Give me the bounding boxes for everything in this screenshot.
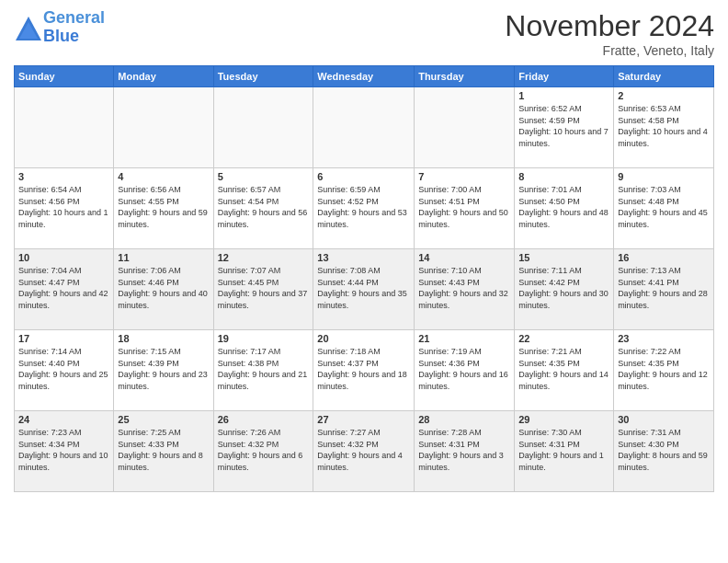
calendar-cell: 21Sunrise: 7:19 AM Sunset: 4:36 PM Dayli… bbox=[415, 330, 515, 411]
calendar-cell: 10Sunrise: 7:04 AM Sunset: 4:47 PM Dayli… bbox=[15, 249, 114, 330]
calendar-cell: 23Sunrise: 7:22 AM Sunset: 4:35 PM Dayli… bbox=[614, 330, 714, 411]
col-tuesday: Tuesday bbox=[213, 66, 313, 87]
day-number: 20 bbox=[317, 333, 410, 344]
calendar-cell: 15Sunrise: 7:11 AM Sunset: 4:42 PM Dayli… bbox=[515, 249, 614, 330]
day-info: Sunrise: 7:11 AM Sunset: 4:42 PM Dayligh… bbox=[518, 265, 609, 311]
day-info: Sunrise: 7:03 AM Sunset: 4:48 PM Dayligh… bbox=[618, 184, 710, 230]
logo: General Blue bbox=[14, 9, 105, 46]
calendar-cell: 20Sunrise: 7:18 AM Sunset: 4:37 PM Dayli… bbox=[313, 330, 415, 411]
day-info: Sunrise: 7:17 AM Sunset: 4:38 PM Dayligh… bbox=[218, 346, 310, 392]
day-info: Sunrise: 7:25 AM Sunset: 4:33 PM Dayligh… bbox=[118, 427, 209, 473]
day-number: 24 bbox=[18, 414, 109, 425]
day-info: Sunrise: 7:06 AM Sunset: 4:46 PM Dayligh… bbox=[118, 265, 209, 311]
calendar-week-2: 3Sunrise: 6:54 AM Sunset: 4:56 PM Daylig… bbox=[15, 168, 714, 249]
day-number: 21 bbox=[418, 333, 510, 344]
month-title: November 2024 bbox=[505, 9, 714, 43]
logo-text: General Blue bbox=[43, 9, 105, 46]
calendar-cell: 4Sunrise: 6:56 AM Sunset: 4:55 PM Daylig… bbox=[114, 168, 213, 249]
calendar-cell: 3Sunrise: 6:54 AM Sunset: 4:56 PM Daylig… bbox=[15, 168, 114, 249]
col-saturday: Saturday bbox=[614, 66, 714, 87]
calendar-cell bbox=[415, 87, 515, 168]
day-info: Sunrise: 7:00 AM Sunset: 4:51 PM Dayligh… bbox=[418, 184, 510, 230]
header: General Blue November 2024 Fratte, Venet… bbox=[14, 9, 714, 58]
day-number: 18 bbox=[118, 333, 209, 344]
calendar-week-3: 10Sunrise: 7:04 AM Sunset: 4:47 PM Dayli… bbox=[15, 249, 714, 330]
calendar-cell bbox=[114, 87, 213, 168]
day-number: 25 bbox=[118, 414, 209, 425]
calendar-cell: 29Sunrise: 7:30 AM Sunset: 4:31 PM Dayli… bbox=[515, 411, 614, 492]
day-number: 23 bbox=[618, 333, 710, 344]
day-number: 28 bbox=[418, 414, 510, 425]
day-number: 26 bbox=[218, 414, 310, 425]
calendar-cell: 11Sunrise: 7:06 AM Sunset: 4:46 PM Dayli… bbox=[114, 249, 213, 330]
calendar-cell: 24Sunrise: 7:23 AM Sunset: 4:34 PM Dayli… bbox=[15, 411, 114, 492]
day-number: 30 bbox=[618, 414, 710, 425]
calendar-cell: 12Sunrise: 7:07 AM Sunset: 4:45 PM Dayli… bbox=[213, 249, 313, 330]
day-info: Sunrise: 7:14 AM Sunset: 4:40 PM Dayligh… bbox=[18, 346, 109, 392]
day-info: Sunrise: 6:56 AM Sunset: 4:55 PM Dayligh… bbox=[118, 184, 209, 230]
day-number: 29 bbox=[518, 414, 609, 425]
calendar-table: Sunday Monday Tuesday Wednesday Thursday… bbox=[14, 65, 714, 492]
col-thursday: Thursday bbox=[415, 66, 515, 87]
day-number: 14 bbox=[418, 252, 510, 263]
day-number: 11 bbox=[118, 252, 209, 263]
calendar-cell: 28Sunrise: 7:28 AM Sunset: 4:31 PM Dayli… bbox=[415, 411, 515, 492]
calendar-cell: 8Sunrise: 7:01 AM Sunset: 4:50 PM Daylig… bbox=[515, 168, 614, 249]
calendar-cell bbox=[213, 87, 313, 168]
day-info: Sunrise: 7:04 AM Sunset: 4:47 PM Dayligh… bbox=[18, 265, 109, 311]
calendar-cell: 19Sunrise: 7:17 AM Sunset: 4:38 PM Dayli… bbox=[213, 330, 313, 411]
day-info: Sunrise: 7:26 AM Sunset: 4:32 PM Dayligh… bbox=[218, 427, 310, 473]
page: General Blue November 2024 Fratte, Venet… bbox=[0, 0, 728, 563]
calendar-cell: 30Sunrise: 7:31 AM Sunset: 4:30 PM Dayli… bbox=[614, 411, 714, 492]
day-info: Sunrise: 7:30 AM Sunset: 4:31 PM Dayligh… bbox=[518, 427, 609, 473]
day-number: 16 bbox=[618, 252, 710, 263]
day-number: 8 bbox=[518, 171, 609, 182]
day-info: Sunrise: 7:23 AM Sunset: 4:34 PM Dayligh… bbox=[18, 427, 109, 473]
day-info: Sunrise: 7:15 AM Sunset: 4:39 PM Dayligh… bbox=[118, 346, 209, 392]
calendar-cell bbox=[313, 87, 415, 168]
col-wednesday: Wednesday bbox=[313, 66, 415, 87]
logo-icon bbox=[14, 15, 40, 40]
location: Fratte, Veneto, Italy bbox=[505, 43, 714, 58]
day-number: 17 bbox=[18, 333, 109, 344]
calendar-cell: 9Sunrise: 7:03 AM Sunset: 4:48 PM Daylig… bbox=[614, 168, 714, 249]
day-number: 1 bbox=[518, 90, 609, 101]
day-info: Sunrise: 7:07 AM Sunset: 4:45 PM Dayligh… bbox=[218, 265, 310, 311]
day-number: 4 bbox=[118, 171, 209, 182]
day-info: Sunrise: 7:13 AM Sunset: 4:41 PM Dayligh… bbox=[618, 265, 710, 311]
day-info: Sunrise: 7:18 AM Sunset: 4:37 PM Dayligh… bbox=[317, 346, 410, 392]
calendar-cell: 6Sunrise: 6:59 AM Sunset: 4:52 PM Daylig… bbox=[313, 168, 415, 249]
day-info: Sunrise: 7:27 AM Sunset: 4:32 PM Dayligh… bbox=[317, 427, 410, 473]
calendar-cell: 1Sunrise: 6:52 AM Sunset: 4:59 PM Daylig… bbox=[515, 87, 614, 168]
day-info: Sunrise: 7:22 AM Sunset: 4:35 PM Dayligh… bbox=[618, 346, 710, 392]
day-number: 15 bbox=[518, 252, 609, 263]
calendar-cell: 16Sunrise: 7:13 AM Sunset: 4:41 PM Dayli… bbox=[614, 249, 714, 330]
calendar-week-4: 17Sunrise: 7:14 AM Sunset: 4:40 PM Dayli… bbox=[15, 330, 714, 411]
calendar-cell: 17Sunrise: 7:14 AM Sunset: 4:40 PM Dayli… bbox=[15, 330, 114, 411]
calendar-cell: 25Sunrise: 7:25 AM Sunset: 4:33 PM Dayli… bbox=[114, 411, 213, 492]
day-number: 3 bbox=[18, 171, 109, 182]
col-monday: Monday bbox=[114, 66, 213, 87]
col-friday: Friday bbox=[515, 66, 614, 87]
day-info: Sunrise: 7:28 AM Sunset: 4:31 PM Dayligh… bbox=[418, 427, 510, 473]
calendar-week-1: 1Sunrise: 6:52 AM Sunset: 4:59 PM Daylig… bbox=[15, 87, 714, 168]
day-info: Sunrise: 6:54 AM Sunset: 4:56 PM Dayligh… bbox=[18, 184, 109, 230]
day-number: 22 bbox=[518, 333, 609, 344]
day-number: 12 bbox=[218, 252, 310, 263]
calendar-cell: 14Sunrise: 7:10 AM Sunset: 4:43 PM Dayli… bbox=[415, 249, 515, 330]
title-block: November 2024 Fratte, Veneto, Italy bbox=[505, 9, 714, 58]
calendar-cell: 13Sunrise: 7:08 AM Sunset: 4:44 PM Dayli… bbox=[313, 249, 415, 330]
day-info: Sunrise: 6:52 AM Sunset: 4:59 PM Dayligh… bbox=[518, 103, 609, 149]
day-number: 13 bbox=[317, 252, 410, 263]
day-number: 2 bbox=[618, 90, 710, 101]
calendar-cell: 22Sunrise: 7:21 AM Sunset: 4:35 PM Dayli… bbox=[515, 330, 614, 411]
col-sunday: Sunday bbox=[15, 66, 114, 87]
day-info: Sunrise: 6:57 AM Sunset: 4:54 PM Dayligh… bbox=[218, 184, 310, 230]
calendar-cell: 7Sunrise: 7:00 AM Sunset: 4:51 PM Daylig… bbox=[415, 168, 515, 249]
calendar-week-5: 24Sunrise: 7:23 AM Sunset: 4:34 PM Dayli… bbox=[15, 411, 714, 492]
day-info: Sunrise: 6:53 AM Sunset: 4:58 PM Dayligh… bbox=[618, 103, 710, 149]
day-number: 19 bbox=[218, 333, 310, 344]
day-info: Sunrise: 7:19 AM Sunset: 4:36 PM Dayligh… bbox=[418, 346, 510, 392]
calendar-cell: 18Sunrise: 7:15 AM Sunset: 4:39 PM Dayli… bbox=[114, 330, 213, 411]
day-number: 6 bbox=[317, 171, 410, 182]
